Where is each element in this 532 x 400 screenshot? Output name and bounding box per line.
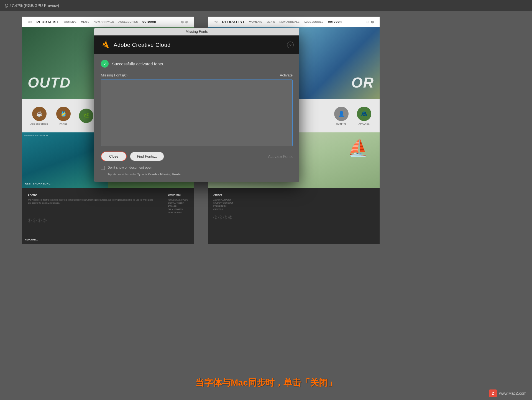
title-bar: @ 27.47% (RGB/GPU Preview) [0,0,532,11]
dont-show-row: Don't show on document open [101,166,293,170]
footer-cols-left: BRAND The Pluralist is a lifestyle brand… [28,193,188,214]
nav-mens-left: MEN'S [81,20,89,23]
adobe-cc-logo [100,40,110,50]
missing-fonts-dialog: Missing Fonts Adobe Creative Cloud ? ✓ S… [94,28,299,182]
nav-outdoor-right: OUTDOOR [328,20,342,23]
reef-label: REEF SNORKELING › [25,182,53,185]
help-button[interactable]: ? [287,42,294,48]
nav-accessories-left: ACCESSORIES [118,20,138,23]
bottom-annotation: 当字体与Mac同步时，单击「关闭」 [0,377,532,389]
nav-accessories-right: ACCESSORIES [304,20,324,23]
site-nav-left: The PLURALIST WOMEN'S MEN'S NEW ARRIVALS… [22,17,194,27]
watermark: Z www.MacZ.com [489,389,526,397]
activate-fonts-label: Activate Fonts [268,154,293,159]
footer-shopping-title: SHOPPING [168,193,188,196]
parks-label: PARKS [60,123,68,125]
macz-icon: Z [489,389,497,397]
dialog-title: Missing Fonts [186,29,208,34]
close-button[interactable]: Close [101,152,127,161]
nav-womens-left: WOMEN'S [63,20,76,23]
footer-about-text: ABOUT PLURALISTSTUDENT DISCOUNTPRESS ROO… [213,198,233,211]
fonts-list-header: Missing Fonts(0) Activate [101,73,293,77]
fonts-list-area [101,80,293,146]
tip-row: Tip: Accessible under Type > Resolve Mis… [101,171,293,176]
parks-icon: 🎽 [56,107,71,121]
accessories-label: ACCESSORIES [30,123,48,125]
third-icon-item: 🌿 [79,109,93,123]
site-nav-right: The PLURALIST WOMEN'S MEN'S NEW ARRIVALS… [208,17,380,27]
footer-brand-title: BRAND [28,193,157,196]
acc-title-text: Adobe Creative Cloud [114,42,171,48]
success-check-icon: ✓ [101,60,109,68]
footer-right: ABOUT ABOUT PLURALISTSTUDENT DISCOUNTPRE… [208,188,380,238]
footer-about-title: ABOUT [213,193,233,196]
footer-shopping-text: REQUEST A CATALOGDIGITAL / TABLET CATALO… [168,198,188,214]
missing-fonts-label: Missing Fonts(0) [101,73,127,77]
footer-brand-text: The Pluralist is a lifestyle brand that … [28,198,157,204]
third-icon: 🌿 [79,109,93,123]
success-row: ✓ Successfully activated fonts. [101,60,293,68]
accessories-icon-item: ☕ ACCESSORIES [30,107,48,125]
footer-cols-right: ABOUT ABOUT PLURALISTSTUDENT DISCOUNTPRE… [213,193,374,211]
find-fonts-button[interactable]: Find Fonts... [130,152,164,161]
nav-outdoor-left: OUTDOOR [142,20,156,23]
dialog-titlebar: Missing Fonts [94,28,299,35]
nav-newarrivals-right: NEW ARRIVALS [279,20,300,23]
nav-mens-right: MEN'S [267,20,275,23]
hero-text-left: OUTD [28,74,71,91]
activate-column-label: Activate [280,73,293,77]
tip-text: Tip: Accessible under Type > Resolve Mis… [108,173,181,176]
brand-right: PLURALIST [222,20,245,24]
footer-left: BRAND The Pluralist is a lifestyle brand… [22,188,194,238]
brand-left: PLURALIST [37,20,59,24]
dialog-body: ✓ Successfully activated fonts. Missing … [94,54,299,182]
macz-url: www.MacZ.com [499,391,526,396]
accessories-icon: ☕ [32,107,47,121]
parks-icon-item: 🎽 PARKS [56,107,71,125]
nav-newarrivals-left: NEW ARRIVALS [94,20,114,23]
dont-show-checkbox[interactable] [101,166,105,170]
acc-header: Adobe Creative Cloud ? [94,35,299,54]
right-icon2: 🧥 APPAREL [357,107,371,125]
action-row: Close Find Fonts... Activate Fonts [101,152,293,161]
chinese-annotation: 当字体与Mac同步时，单击「关闭」 [195,378,337,388]
success-message: Successfully activated fonts. [112,61,164,66]
right-icon1: 👤 OUTFITS [334,107,349,125]
title-bar-text: @ 27.47% (RGB/GPU Preview) [4,3,59,8]
nav-womens-right: WOMEN'S [249,20,262,23]
dont-show-label: Don't show on document open [108,166,152,170]
